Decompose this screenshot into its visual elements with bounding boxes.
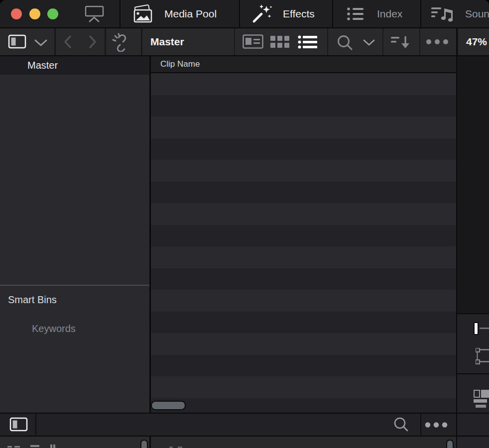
magic-wand-icon: [250, 3, 273, 24]
list-view-icon[interactable]: [298, 35, 318, 49]
clip-row: [151, 398, 456, 413]
bottom-panel-right: [457, 437, 489, 448]
clip-list: Clip Name: [151, 56, 456, 413]
media-pool-toolbar: Master: [0, 28, 489, 55]
clip-row: [151, 95, 456, 117]
traffic-light-minimize[interactable]: [29, 8, 40, 19]
clip-row: [151, 138, 456, 160]
bin-item-master[interactable]: Master: [0, 56, 149, 75]
toolbar-thin-divider: [327, 28, 328, 55]
smart-bins-divider: [0, 285, 149, 286]
search-chevron-icon[interactable]: [363, 39, 375, 46]
viewer-panel: [457, 56, 489, 313]
toolbar-thin-divider: [419, 28, 420, 55]
chevron-down-icon[interactable]: [34, 39, 48, 47]
more-options-icon[interactable]: [425, 38, 449, 45]
right-tool-panel-top: [457, 314, 489, 373]
bottom-panel-middle: [151, 437, 456, 448]
clip-row: [151, 73, 456, 95]
bottom-toolbar-divider: [420, 414, 421, 436]
clipped-text-remnant: [30, 445, 39, 447]
clipped-text-remnant: [50, 445, 52, 448]
davinci-resolve-window: Media Pool Effects I: [0, 0, 489, 448]
layout-panels-icon[interactable]: [474, 390, 489, 410]
vertical-scrollbar[interactable]: [140, 440, 148, 448]
presenter-display-icon[interactable]: [83, 4, 106, 23]
transform-handles-icon[interactable]: [476, 348, 489, 366]
clipped-text-remnant: [7, 446, 12, 448]
bin-sidebar: Master Smart Bins Keywords: [0, 56, 149, 413]
bin-item-label: Master: [27, 56, 58, 75]
traffic-light-close[interactable]: [11, 8, 22, 19]
unlink-icon[interactable]: [110, 32, 132, 52]
clip-row: [151, 355, 456, 377]
clipped-text-remnant: [53, 445, 55, 448]
tab-label: Media Pool: [164, 0, 217, 28]
photo-stack-icon: [131, 4, 154, 24]
tab-sound-library[interactable]: Sound Library: [421, 0, 489, 27]
smart-bins-header[interactable]: Smart Bins: [8, 294, 57, 306]
card-view-icon[interactable]: [243, 34, 263, 49]
clip-row: [151, 333, 456, 355]
tab-effects[interactable]: Effects: [240, 0, 332, 27]
marker-bar-icon[interactable]: [474, 322, 489, 335]
tab-bar: Media Pool Effects I: [0, 0, 489, 27]
clip-row: [151, 268, 456, 290]
zoom-level[interactable]: 47%: [466, 28, 487, 55]
panel-toggle-icon[interactable]: [9, 417, 28, 432]
tab-media-pool[interactable]: Media Pool: [121, 0, 239, 27]
search-icon[interactable]: [393, 417, 409, 433]
clip-row: [151, 290, 456, 312]
smart-bin-item-keywords[interactable]: Keywords: [32, 323, 76, 335]
clip-row: [151, 116, 456, 138]
bullet-list-icon: [347, 6, 366, 22]
clip-row: [151, 182, 456, 204]
back-icon[interactable]: [62, 34, 74, 50]
horizontal-scrollbar[interactable]: [151, 401, 186, 410]
clip-list-header[interactable]: Clip Name: [151, 56, 456, 73]
clip-row: [151, 203, 456, 225]
clip-row: [151, 160, 456, 182]
clip-row: [151, 246, 456, 268]
bottom-toolbar: [0, 414, 456, 436]
tab-label: Sound Library: [465, 0, 489, 28]
bottom-toolbar-divider: [35, 414, 36, 436]
sort-icon[interactable]: [390, 34, 411, 50]
clip-row: [151, 225, 456, 247]
search-icon[interactable]: [336, 34, 354, 52]
clip-rows: [151, 73, 456, 413]
tab-index[interactable]: Index: [333, 0, 420, 27]
music-notes-icon: [430, 4, 454, 24]
clip-name-column-header: Clip Name: [160, 56, 200, 72]
panel-toggle-icon[interactable]: [8, 34, 27, 49]
clip-row: [151, 312, 456, 334]
right-tool-panel-bottom: [457, 374, 489, 436]
tab-label: Effects: [283, 0, 315, 28]
more-options-icon[interactable]: [425, 422, 448, 428]
forward-icon[interactable]: [87, 34, 99, 50]
bin-title: Master: [150, 28, 184, 55]
clip-row: [151, 376, 456, 398]
thumbnail-view-icon[interactable]: [270, 36, 289, 48]
tab-label: Index: [377, 0, 402, 28]
traffic-light-zoom[interactable]: [47, 8, 58, 19]
vertical-scrollbar[interactable]: [446, 440, 454, 448]
toolbar-thin-divider: [382, 28, 383, 55]
clipped-text-remnant: [14, 446, 20, 448]
toolbar-thin-divider: [234, 28, 235, 55]
bottom-panel-left: [0, 437, 149, 448]
search-input[interactable]: [45, 417, 390, 433]
